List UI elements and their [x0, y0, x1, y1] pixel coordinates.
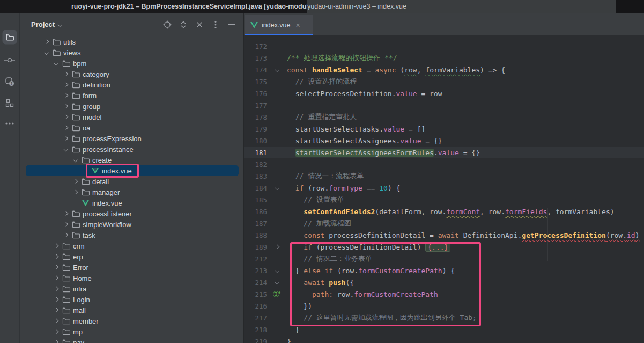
code-line-175[interactable]: 175 // 设置选择的流程	[244, 76, 644, 87]
chevron-collapsed-icon[interactable]	[62, 134, 70, 143]
line-number[interactable]: 219	[244, 338, 267, 343]
project-folder-icon[interactable]	[3, 30, 17, 45]
tree-item-task[interactable]: task	[20, 230, 243, 240]
tree-item-mp[interactable]: mp	[20, 326, 243, 337]
tree-item-Home[interactable]: Home	[20, 273, 243, 283]
code-line-216[interactable]: 216 })	[244, 300, 644, 312]
tree-item-manager[interactable]: manager	[20, 187, 243, 198]
fold-expanded-icon[interactable]	[267, 281, 287, 284]
line-number[interactable]: 179	[244, 125, 267, 133]
chevron-collapsed-icon[interactable]	[52, 263, 61, 272]
tree-item-member[interactable]: member	[20, 316, 243, 326]
line-number[interactable]: 182	[244, 160, 267, 169]
chevron-collapsed-icon[interactable]	[62, 81, 70, 89]
line-number[interactable]: 218	[244, 326, 267, 334]
locate-file-icon[interactable]	[163, 20, 172, 29]
line-number[interactable]: 180	[244, 137, 267, 145]
tree-item-create[interactable]: create	[20, 155, 243, 165]
line-number[interactable]: 185	[244, 196, 267, 204]
code-line-179[interactable]: 179 startUserSelectTasks.value = []	[244, 123, 644, 135]
chevron-collapsed-icon[interactable]	[62, 209, 70, 218]
code-line-172[interactable]: 172	[244, 40, 644, 52]
tree-item-processExpression[interactable]: processExpression	[20, 133, 243, 144]
tree-item-simpleWorkflow[interactable]: simpleWorkflow	[20, 219, 243, 230]
code-line-173[interactable]: 173/** 处理选择流程的按钮操作 **/	[244, 52, 644, 64]
options-kebab-icon[interactable]	[211, 20, 220, 29]
tree-item-index-vue[interactable]: index.vue	[20, 198, 243, 208]
code-line-217[interactable]: 217 // 这里暂时无需加载流程图，因为跳出到另外个 Tab;	[244, 312, 644, 324]
code-line-186[interactable]: 186 setConfAndFields2(detailForm, row.fo…	[244, 206, 644, 217]
line-number[interactable]: 188	[244, 231, 267, 239]
tree-item-Login[interactable]: Login	[20, 294, 243, 305]
line-number[interactable]: 183	[244, 172, 267, 180]
code-line-188[interactable]: 188 const processDefinitionDetail = awai…	[244, 229, 644, 241]
tree-item-index-vue[interactable]: index.vue	[20, 165, 243, 176]
line-number[interactable]: 175	[244, 78, 267, 86]
code-line-189[interactable]: 189 if (processDefinitionDetail) {...}	[244, 241, 644, 253]
tree-item-detail[interactable]: detail	[20, 176, 243, 187]
code-line-174[interactable]: 174const handleSelect = async (row, form…	[244, 64, 644, 76]
chevron-expanded-icon[interactable]	[62, 145, 70, 154]
tree-item-views[interactable]: views	[20, 47, 243, 58]
code-line-214[interactable]: 214 await push({	[244, 276, 644, 288]
chevron-collapsed-icon[interactable]	[52, 284, 61, 293]
line-number[interactable]: 181	[244, 149, 267, 157]
tab-index-vue[interactable]: index.vue ×	[245, 15, 313, 35]
fold-collapsed-icon[interactable]	[267, 245, 287, 249]
line-number[interactable]: 172	[244, 42, 267, 50]
chevron-collapsed-icon[interactable]	[52, 242, 61, 250]
tree-item-mall[interactable]: mall	[20, 305, 243, 316]
line-number[interactable]: 186	[244, 208, 267, 216]
more-tool-windows-icon[interactable]	[5, 122, 14, 125]
chevron-collapsed-icon[interactable]	[52, 327, 61, 336]
tree-item-model[interactable]: model	[20, 112, 243, 122]
project-panel-title[interactable]: Project	[31, 20, 55, 28]
chevron-collapsed-icon[interactable]	[52, 338, 61, 343]
chevron-collapsed-icon[interactable]	[52, 252, 61, 261]
tree-item-pay[interactable]: pay	[20, 337, 243, 343]
tree-item-processListener[interactable]: processListener	[20, 208, 243, 219]
chevron-collapsed-icon[interactable]	[71, 177, 80, 186]
pull-requests-icon[interactable]: ?	[5, 77, 14, 86]
chevron-collapsed-icon[interactable]	[62, 91, 70, 100]
tree-item-definition[interactable]: definition	[20, 79, 243, 90]
chevron-collapsed-icon[interactable]	[52, 306, 61, 315]
line-number[interactable]: 178	[244, 113, 267, 121]
line-number[interactable]: 189	[244, 243, 267, 251]
commit-icon[interactable]	[4, 57, 15, 63]
tree-item-form[interactable]: form	[20, 90, 243, 101]
line-number[interactable]: 187	[244, 220, 267, 228]
tree-item-erp[interactable]: erp	[20, 251, 243, 262]
code-line-212[interactable]: 212 // 情况二：业务表单	[244, 253, 644, 265]
tree-item-crm[interactable]: crm	[20, 240, 243, 251]
chevron-collapsed-icon[interactable]	[62, 231, 70, 239]
code-area[interactable]: 172173/** 处理选择流程的按钮操作 **/174const handle…	[244, 35, 644, 343]
line-number[interactable]: 216	[244, 302, 267, 310]
close-icon[interactable]: ×	[296, 21, 300, 29]
fold-expanded-icon[interactable]	[267, 186, 287, 189]
chevron-expanded-icon[interactable]	[52, 59, 61, 68]
fold-expanded-icon[interactable]	[267, 269, 287, 272]
chevron-collapsed-icon[interactable]	[62, 123, 70, 132]
chevron-collapsed-icon[interactable]	[62, 113, 70, 121]
code-line-183[interactable]: 183 // 情况一：流程表单	[244, 170, 644, 182]
chevron-expanded-icon[interactable]	[71, 156, 80, 164]
line-number[interactable]: 213	[244, 267, 267, 275]
line-number[interactable]: 215	[244, 290, 267, 298]
code-line-215[interactable]: 215I↑ path: row.formCustomCreatePath	[244, 288, 644, 300]
code-line-181[interactable]: 181 startUserSelectAssigneesFormRules.va…	[244, 147, 644, 158]
chevron-collapsed-icon[interactable]	[62, 102, 70, 111]
code-line-218[interactable]: 218 }	[244, 324, 644, 335]
code-line-219[interactable]: 219}	[244, 335, 644, 343]
chevron-collapsed-icon[interactable]	[52, 317, 61, 325]
tree-item-bpm[interactable]: bpm	[20, 58, 243, 69]
chevron-collapsed-icon[interactable]	[62, 70, 70, 78]
chevron-collapsed-icon[interactable]	[42, 38, 51, 46]
collapse-all-icon[interactable]	[195, 20, 204, 29]
chevron-collapsed-icon[interactable]	[71, 188, 80, 196]
tree-item-category[interactable]: category	[20, 69, 243, 79]
chevron-down-icon[interactable]	[58, 23, 62, 27]
chevron-expanded-icon[interactable]	[42, 48, 51, 57]
line-number[interactable]: 217	[244, 314, 267, 322]
line-number[interactable]: 212	[244, 255, 267, 263]
